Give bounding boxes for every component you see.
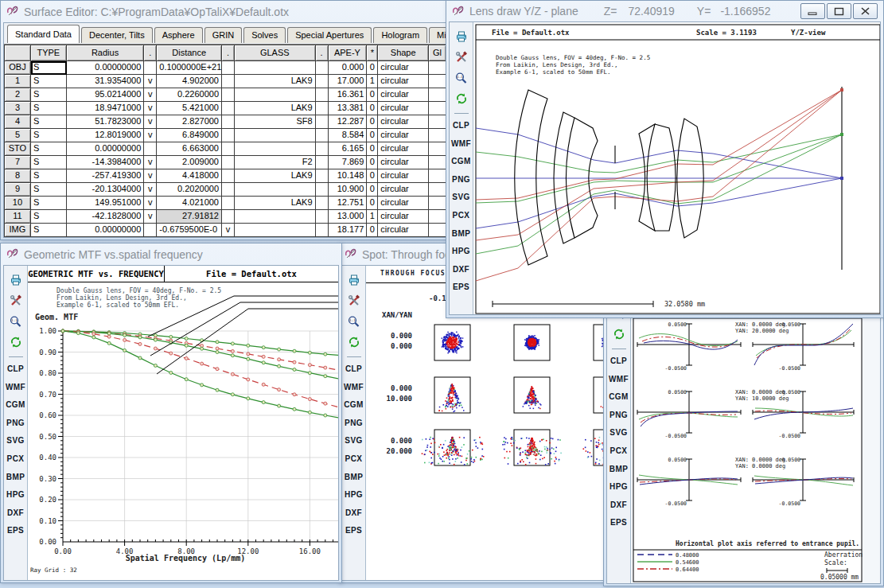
cell[interactable]: 7.869 bbox=[329, 156, 368, 169]
row-header-button[interactable]: 10 bbox=[5, 197, 31, 210]
row-header-button[interactable]: 11 bbox=[5, 210, 31, 224]
cell[interactable]: circular bbox=[378, 61, 429, 75]
cell[interactable]: S bbox=[31, 224, 67, 237]
cell[interactable]: circular bbox=[378, 183, 429, 197]
cell[interactable] bbox=[316, 224, 329, 237]
cell[interactable] bbox=[316, 156, 329, 169]
export-bmp-button[interactable]: BMP bbox=[6, 469, 25, 487]
cell[interactable]: v bbox=[144, 210, 157, 224]
cell[interactable]: 6.849000 bbox=[157, 129, 222, 142]
row-header-button[interactable]: 3 bbox=[5, 102, 31, 115]
cell[interactable]: 0 bbox=[367, 88, 378, 102]
cell[interactable] bbox=[222, 115, 235, 129]
cell[interactable] bbox=[144, 224, 157, 237]
cell[interactable] bbox=[222, 61, 235, 75]
cell[interactable]: circular bbox=[378, 224, 429, 237]
cell[interactable]: 27.91812 bbox=[157, 210, 222, 224]
cell[interactable] bbox=[316, 142, 329, 156]
export-clp-button[interactable]: CLP bbox=[610, 352, 627, 371]
row-header-button[interactable]: 7 bbox=[5, 156, 31, 169]
cell[interactable]: 2.827000 bbox=[157, 115, 222, 129]
cell[interactable] bbox=[316, 88, 329, 102]
cell[interactable] bbox=[235, 88, 316, 102]
tab-asphere[interactable]: Asphere bbox=[154, 27, 203, 43]
cell[interactable]: 0 bbox=[367, 142, 378, 156]
tab-standard-data[interactable]: Standard Data bbox=[7, 25, 80, 43]
cell[interactable] bbox=[316, 197, 329, 210]
cell[interactable]: LAK9 bbox=[235, 169, 316, 183]
cell[interactable]: 8.584 bbox=[329, 129, 368, 142]
cell[interactable]: 31.9354000 bbox=[67, 75, 145, 88]
cell[interactable]: v bbox=[222, 224, 235, 237]
cell[interactable]: 149.951000 bbox=[67, 197, 145, 210]
printer-icon[interactable] bbox=[345, 270, 363, 290]
export-clp-button[interactable]: CLP bbox=[453, 117, 469, 135]
close-button[interactable] bbox=[853, 3, 878, 19]
export-wmf-button[interactable]: WMF bbox=[6, 379, 25, 397]
cell[interactable]: 13.381 bbox=[329, 102, 368, 115]
zoom-1-1-icon[interactable]: 1:1 bbox=[345, 311, 363, 332]
cell[interactable]: S bbox=[31, 169, 67, 183]
export-hpg-button[interactable]: HPG bbox=[6, 486, 25, 504]
cell[interactable] bbox=[316, 61, 329, 75]
cell[interactable]: S bbox=[31, 61, 67, 75]
zoom-1-1-icon[interactable]: 1:1 bbox=[453, 68, 470, 88]
cell[interactable]: 18.177 bbox=[329, 224, 368, 237]
cell[interactable] bbox=[222, 102, 235, 115]
cell[interactable]: S bbox=[31, 142, 67, 156]
row-header-button[interactable]: 5 bbox=[5, 129, 31, 142]
cell[interactable] bbox=[144, 61, 157, 75]
row-header-button[interactable]: 8 bbox=[5, 169, 31, 183]
cell[interactable]: -0.6759500E-0 bbox=[157, 224, 222, 237]
restore-button[interactable] bbox=[827, 3, 851, 19]
cell[interactable]: 0 bbox=[367, 115, 378, 129]
cell[interactable]: 12.8019000 bbox=[67, 129, 145, 142]
cell[interactable] bbox=[316, 102, 329, 115]
zoom-1-1-icon[interactable]: 1:1 bbox=[7, 311, 25, 332]
cell[interactable]: v bbox=[144, 115, 157, 129]
export-eps-button[interactable]: EPS bbox=[345, 522, 362, 540]
tab-grin[interactable]: GRIN bbox=[204, 27, 243, 43]
cell[interactable]: S bbox=[31, 197, 67, 210]
cell[interactable]: v bbox=[144, 129, 157, 142]
tab-decenter-tilts[interactable]: Decenter, Tilts bbox=[81, 27, 153, 43]
cell[interactable]: 0.00000000 bbox=[67, 224, 145, 237]
tab-special-apertures[interactable]: Special Apertures bbox=[287, 27, 372, 43]
export-cgm-button[interactable]: CGM bbox=[344, 396, 364, 415]
cell[interactable]: circular bbox=[378, 88, 429, 102]
cell[interactable]: 13.000 bbox=[329, 210, 368, 224]
export-bmp-button[interactable]: BMP bbox=[609, 461, 628, 479]
refresh-icon[interactable] bbox=[7, 332, 25, 352]
tab-solves[interactable]: Solves bbox=[243, 27, 286, 43]
cell[interactable]: 16.361 bbox=[329, 88, 368, 102]
export-wmf-button[interactable]: WMF bbox=[451, 135, 471, 154]
export-cgm-button[interactable]: CGM bbox=[6, 396, 25, 415]
row-header-button[interactable]: OBJ bbox=[5, 61, 31, 75]
cell[interactable]: 10.148 bbox=[329, 169, 368, 183]
cell[interactable]: 0 bbox=[367, 197, 378, 210]
cell[interactable]: 4.418000 bbox=[157, 169, 222, 183]
cell[interactable] bbox=[316, 115, 329, 129]
export-bmp-button[interactable]: BMP bbox=[345, 469, 363, 487]
cell[interactable]: circular bbox=[378, 142, 429, 156]
cell[interactable]: v bbox=[144, 156, 157, 169]
cell[interactable]: LAK9 bbox=[235, 102, 316, 115]
cell[interactable]: 12.287 bbox=[329, 115, 368, 129]
cell[interactable] bbox=[316, 183, 329, 197]
cell[interactable]: 1 bbox=[367, 210, 378, 224]
cell[interactable]: S bbox=[31, 129, 67, 142]
cell[interactable]: 6.165 bbox=[329, 142, 368, 156]
cell[interactable]: v bbox=[144, 169, 157, 183]
tab-misc-[interactable]: Misc. bbox=[429, 27, 447, 43]
cell[interactable] bbox=[222, 75, 235, 88]
export-pcx-button[interactable]: PCX bbox=[345, 450, 363, 469]
cell[interactable]: circular bbox=[378, 129, 429, 142]
cell[interactable]: 4.021000 bbox=[157, 197, 222, 210]
cell[interactable] bbox=[222, 142, 235, 156]
cell[interactable]: circular bbox=[378, 75, 429, 88]
cell[interactable]: 51.7823000 bbox=[67, 115, 145, 129]
cell[interactable]: v bbox=[144, 102, 157, 115]
tab-hologram[interactable]: Hologram bbox=[373, 27, 427, 43]
minimize-button[interactable] bbox=[800, 3, 825, 19]
cell[interactable] bbox=[222, 169, 235, 183]
